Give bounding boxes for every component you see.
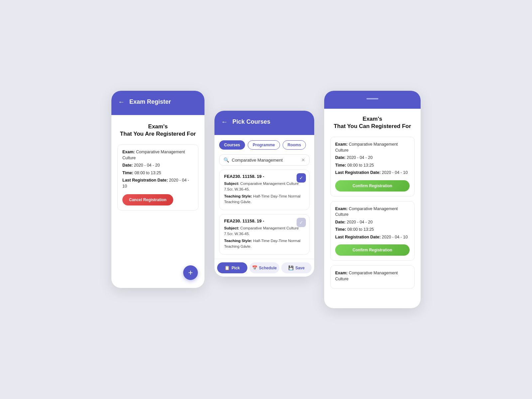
screen3-header-bar (366, 98, 378, 99)
exam-card: Exam: Comparative Management Culture Dat… (117, 144, 199, 210)
save-icon: 💾 (288, 265, 294, 270)
screen2-back-button[interactable]: ← (221, 118, 228, 126)
reg-card-1: Exam: Comparative Management Culture Dat… (330, 137, 415, 197)
save-button[interactable]: 💾 Save (281, 262, 312, 273)
exam-date-row: Date: 2020 - 04 - 20 (122, 163, 194, 169)
screen2-card: ← Pick Courses Courses Programme Rooms 🔍… (214, 111, 314, 277)
reg1-time-row: Time: 08:00 to 13:25 (335, 163, 410, 169)
screen3-body: Exam's That You Can Registered For Exam:… (324, 109, 421, 308)
exam-name-row: Exam: Comparative Management Culture (122, 149, 194, 161)
schedule-button[interactable]: 📅 Schedule (249, 262, 280, 273)
screen1-header: ← Exam Register (111, 91, 204, 115)
reg1-lastreg-row: Last Registration Date: 2020 - 04 - 10 (335, 170, 410, 176)
reg2-time-row: Time: 08:00 to 13:25 (335, 227, 410, 233)
search-icon: 🔍 (223, 157, 229, 163)
course-item-2: ✓ FEA230. 11158. 19 - Subject: Comparati… (219, 214, 310, 255)
course1-style: Teaching Style: Half-Time Day-Time Norma… (224, 194, 305, 205)
exam-time-row: Time: 08:00 to 13:25 (122, 170, 194, 176)
pick-button[interactable]: 📋 Pick (217, 262, 247, 273)
pick-icon: 📋 (224, 265, 230, 270)
reg-card-2: Exam: Comparative Management Culture Dat… (330, 201, 415, 261)
reg2-exam-row: Exam: Comparative Management Culture (335, 206, 410, 218)
cancel-registration-button[interactable]: Cancel Registration (122, 194, 173, 205)
reg-card-3: Exam: Comparative Management Culture (330, 265, 415, 289)
add-fab-button[interactable]: + (183, 265, 198, 280)
confirm-reg-button-2[interactable]: Confirm Registration (335, 244, 410, 256)
course1-code: FEA230. 11158. 19 - (224, 174, 305, 179)
schedule-icon: 📅 (252, 265, 257, 270)
course2-check-badge[interactable]: ✓ (297, 218, 306, 227)
course2-code: FEA230. 11158. 19 - (224, 218, 305, 223)
bottom-bar: 📋 Pick 📅 Schedule 💾 Save (214, 259, 314, 277)
exam-lastreg-row: Last Registration Date: 2020 - 04 - 10 (122, 178, 194, 189)
screen3-card: Exam's That You Can Registered For Exam:… (324, 91, 421, 308)
course1-subject: Subject: Comparative Management Culture … (224, 181, 305, 193)
course-item-1: ✓ FEA230. 11158. 19 - Subject: Comparati… (219, 170, 310, 210)
confirm-reg-button-1[interactable]: Confirm Registration (335, 180, 410, 192)
reg3-exam-row: Exam: Comparative Management Culture (335, 270, 410, 282)
reg2-lastreg-row: Last Registration Date: 2020 - 04 - 10 (335, 234, 410, 240)
search-input-value[interactable]: Comparative Management (232, 158, 299, 163)
tab-programme[interactable]: Programme (248, 140, 280, 150)
screen3-page-title: Exam's That You Can Registered For (330, 115, 415, 130)
tab-rooms[interactable]: Rooms (283, 140, 306, 150)
reg2-date-row: Date: 2020 - 04 - 20 (335, 219, 410, 225)
search-bar: 🔍 Comparative Management ✕ (219, 154, 310, 166)
screen1-page-title: Exam's That You Are Registered For (117, 123, 199, 138)
reg1-date-row: Date: 2020 - 04 - 20 (335, 155, 410, 161)
course2-style: Teaching Style: Half-Time Day-Time Norma… (224, 238, 305, 250)
tab-courses[interactable]: Courses (219, 140, 245, 150)
screens-container: ← Exam Register Exam's That You Are Regi… (66, 91, 466, 308)
tabs-row: Courses Programme Rooms (219, 140, 310, 150)
screen3-header (324, 91, 421, 109)
reg1-exam-row: Exam: Comparative Management Culture (335, 142, 410, 153)
screen1-title: Exam Register (129, 98, 171, 105)
clear-search-button[interactable]: ✕ (301, 157, 305, 163)
course1-check-badge[interactable]: ✓ (297, 173, 306, 183)
screen2-title: Pick Courses (232, 118, 270, 125)
screen2-body: Courses Programme Rooms 🔍 Comparative Ma… (214, 135, 314, 255)
screen2-header: ← Pick Courses (214, 111, 314, 135)
course2-subject: Subject: Comparative Management Culture … (224, 225, 305, 237)
screen1-back-button[interactable]: ← (118, 98, 125, 106)
screen1-body: Exam's That You Are Registered For Exam:… (111, 115, 204, 288)
screen1-card: ← Exam Register Exam's That You Are Regi… (111, 91, 204, 288)
